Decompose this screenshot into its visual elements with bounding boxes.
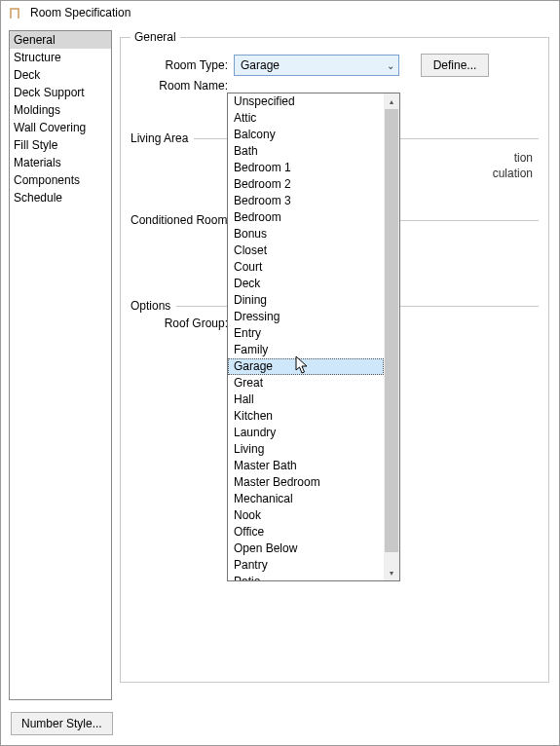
- scroll-up-button[interactable]: ▴: [385, 94, 398, 108]
- dropdown-item-hall[interactable]: Hall: [228, 392, 384, 408]
- dropdown-item-pantry[interactable]: Pantry: [228, 557, 384, 574]
- dropdown-item-deck[interactable]: Deck: [228, 276, 384, 292]
- scroll-down-button[interactable]: ▾: [385, 566, 398, 579]
- fieldset-legend: General: [131, 30, 180, 44]
- chevron-down-icon: ⌄: [387, 60, 394, 71]
- titlebar: Room Specification: [1, 1, 559, 24]
- dropdown-item-court[interactable]: Court: [228, 259, 384, 276]
- footer: Number Style...: [11, 712, 113, 735]
- sidebar-item-deck-support[interactable]: Deck Support: [10, 84, 111, 101]
- dropdown-item-nook[interactable]: Nook: [228, 507, 384, 524]
- dropdown-item-mechanical[interactable]: Mechanical: [228, 491, 384, 507]
- sidebar-item-fill-style[interactable]: Fill Style: [10, 136, 111, 154]
- sidebar-item-wall-covering[interactable]: Wall Covering: [10, 119, 111, 136]
- room-type-select[interactable]: Garage ⌄: [234, 55, 399, 76]
- dropdown-item-master-bedroom[interactable]: Master Bedroom: [228, 474, 384, 491]
- dropdown-item-attic[interactable]: Attic: [228, 110, 384, 127]
- sidebar-item-moldings[interactable]: Moldings: [10, 101, 111, 119]
- dropdown-item-balcony[interactable]: Balcony: [228, 127, 384, 143]
- dropdown-scrollbar[interactable]: ▴ ▾: [384, 93, 399, 580]
- dropdown-item-master-bath[interactable]: Master Bath: [228, 458, 384, 474]
- dropdown-item-bedroom-2[interactable]: Bedroom 2: [228, 176, 384, 193]
- obscured-text-1: tion: [514, 151, 533, 165]
- room-type-value: Garage: [241, 58, 280, 72]
- options-label: Options: [131, 299, 170, 313]
- window-title: Room Specification: [30, 6, 131, 19]
- dropdown-item-bonus[interactable]: Bonus: [228, 226, 384, 242]
- dropdown-item-closet[interactable]: Closet: [228, 242, 384, 259]
- dropdown-item-bedroom-1[interactable]: Bedroom 1: [228, 160, 384, 176]
- dropdown-item-unspecified[interactable]: Unspecified: [228, 93, 384, 110]
- sidebar-item-structure[interactable]: Structure: [10, 49, 111, 66]
- number-style-button[interactable]: Number Style...: [11, 712, 113, 735]
- roof-group-label: Roof Group:: [131, 317, 228, 330]
- living-area-label: Living Area: [131, 131, 188, 145]
- dropdown-item-bedroom[interactable]: Bedroom: [228, 209, 384, 226]
- dropdown-item-dining[interactable]: Dining: [228, 292, 384, 309]
- dropdown-item-office[interactable]: Office: [228, 524, 384, 541]
- room-type-row: Room Type: Garage ⌄ Define...: [131, 54, 539, 77]
- dropdown-item-living[interactable]: Living: [228, 441, 384, 458]
- room-type-label: Room Type:: [131, 58, 228, 72]
- dropdown-item-kitchen[interactable]: Kitchen: [228, 408, 384, 425]
- dropdown-item-bath[interactable]: Bath: [228, 143, 384, 160]
- sidebar: GeneralStructureDeckDeck SupportMoldings…: [9, 30, 112, 700]
- dropdown-item-bedroom-3[interactable]: Bedroom 3: [228, 193, 384, 209]
- room-name-row: Room Name:: [131, 79, 539, 93]
- sidebar-item-deck[interactable]: Deck: [10, 66, 111, 84]
- dropdown-list: UnspecifiedAtticBalconyBathBedroom 1Bedr…: [228, 93, 384, 580]
- sidebar-item-materials[interactable]: Materials: [10, 154, 111, 171]
- sidebar-item-schedule[interactable]: Schedule: [10, 189, 111, 206]
- dropdown-item-patio[interactable]: Patio: [228, 574, 384, 580]
- sidebar-item-general[interactable]: General: [10, 31, 111, 49]
- room-name-label: Room Name:: [131, 79, 228, 93]
- dropdown-item-open-below[interactable]: Open Below: [228, 541, 384, 557]
- dropdown-item-entry[interactable]: Entry: [228, 325, 384, 342]
- room-type-dropdown[interactable]: UnspecifiedAtticBalconyBathBedroom 1Bedr…: [227, 93, 400, 581]
- dropdown-item-great[interactable]: Great: [228, 375, 384, 392]
- sidebar-item-components[interactable]: Components: [10, 171, 111, 189]
- dropdown-item-garage[interactable]: Garage: [228, 358, 384, 375]
- conditioned-room-label: Conditioned Room: [131, 213, 227, 227]
- room-icon: [9, 5, 24, 20]
- dropdown-item-family[interactable]: Family: [228, 342, 384, 358]
- dropdown-item-laundry[interactable]: Laundry: [228, 425, 384, 441]
- scroll-thumb[interactable]: [385, 109, 398, 552]
- obscured-text-2: culation: [493, 167, 533, 180]
- dropdown-item-dressing[interactable]: Dressing: [228, 309, 384, 325]
- define-button[interactable]: Define...: [421, 54, 489, 77]
